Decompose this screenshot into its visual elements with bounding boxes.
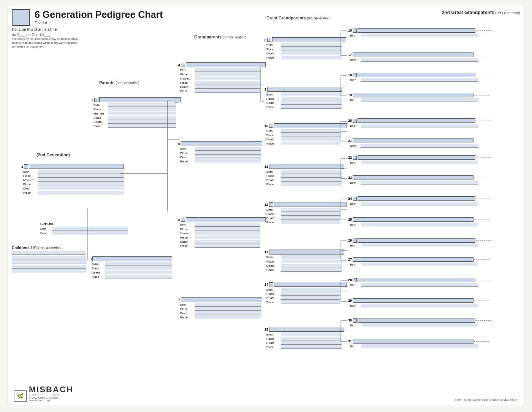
copyright: © 2002 Grant L. Misbach — [29, 396, 73, 399]
person-9-area: 9 Birth Place Death Place — [264, 87, 342, 109]
header: 6 Generation Pedigree Chart Chart # — [12, 9, 163, 26]
person-1-fields: Birth Place Married Place Death Place — [21, 170, 124, 194]
person-12-area: 12 Birth Place Death Place — [264, 202, 347, 224]
person-20-area: 20 Birth — [348, 118, 491, 127]
chart-box — [12, 9, 30, 26]
person-21-area: 21 Birth — [348, 138, 489, 148]
person-2-box — [94, 98, 98, 102]
person-13-area: 13 Birth Place Death Place — [264, 250, 344, 272]
spouse-label: SPOUSE — [36, 222, 128, 226]
gen2-header: Parents (3rd Generation) — [99, 80, 139, 85]
person-1-box — [24, 164, 28, 169]
person-7-area: 7 Birth Place Death Place — [178, 297, 262, 320]
person-30-area: 30 Birth — [348, 318, 491, 327]
person-23-area: 23 Birth — [348, 175, 489, 185]
person-1-num: 1 — [21, 165, 23, 169]
person-11-area: 11 Birth Place Death Place — [264, 164, 344, 186]
children-section: Children of #1 (1st Generation) — [12, 246, 86, 274]
header-text: 6 Generation Pedigree Chart Chart # — [35, 9, 163, 25]
person-1-name[interactable] — [29, 164, 124, 169]
person-26-area: 26 Birth — [348, 238, 491, 247]
chart-label: Chart # — [35, 21, 163, 25]
person-19-area: 19 Birth — [348, 93, 489, 102]
person-22-area: 22 Birth — [348, 155, 491, 164]
person-28-area: 28 Birth — [348, 278, 491, 287]
person-10-area: 10 Birth Place Death Place — [264, 123, 347, 146]
gen3-header: Grandparents (4th Generation) — [194, 35, 246, 39]
chart-note2: The boxes by the male names may be fille… — [12, 37, 78, 48]
gen5-sub: (6th Generation) — [495, 11, 520, 15]
website: www.Misbach.org — [29, 399, 73, 402]
gen5-label: 2nd Great Grandparents — [442, 10, 494, 15]
person-8-area: 8 Birth Place Death Place — [264, 37, 346, 60]
person-2-area: 2 Birth Place Married Place Death — [92, 97, 181, 128]
logo-sub: ENTERPRISES — [29, 394, 73, 396]
logo-name: MISBACH — [29, 385, 73, 394]
person-17-area: 17 Birth — [348, 52, 489, 62]
person-1-area: 1 Birth Place Married Place Death — [21, 164, 124, 195]
person-27-area: 27 Birth — [348, 257, 489, 266]
person-6-area: 6 Birth Place Married Place Death — [178, 217, 266, 248]
person-15-area: 15 Birth Place Death Place — [264, 327, 344, 349]
person-14-area: 14 Birth Place Death Place — [264, 282, 347, 304]
spouse-section: SPOUSE Birth Death — [36, 222, 128, 235]
children-label: Children of #1 (1st Generation) — [12, 246, 86, 250]
person-5-area: 5 Birth Place Death Place — [178, 141, 262, 164]
person-18-area: 18 Birth — [348, 73, 491, 82]
person-24-area: 24 Birth — [348, 196, 491, 205]
gen4-header: Great Grandparents (5th Generation) — [266, 16, 331, 20]
footer-logo: 🌿 MISBACH ENTERPRISES © 2002 Grant L. Mi… — [14, 385, 73, 402]
pedigree-chart: 6 Generation Pedigree Chart Chart # No. … — [8, 6, 524, 405]
chart-note1: No. 1 on this chart is same as #___ on C… — [12, 27, 57, 38]
footer-note: Enter continuation Chart number on dotte… — [455, 398, 518, 402]
gen1-label: (2nd Generation) — [36, 153, 70, 157]
person-16-area: 16 … Birth — [348, 28, 494, 37]
person-29-area: 29 Birth — [348, 298, 489, 307]
person-4-area: 4 Birth Place Married Place Death — [178, 62, 266, 93]
page-title: 6 Generation Pedigree Chart — [35, 9, 163, 20]
header-right-labels: 2nd Great Grandparents (6th Generation) — [442, 10, 520, 15]
person-3-area: 3 Birth Place Death Place — [90, 256, 172, 279]
person-31-area: 31 Birth — [348, 339, 489, 348]
person-25-area: 25 Birth — [348, 217, 489, 226]
logo-icon: 🌿 — [14, 390, 27, 402]
